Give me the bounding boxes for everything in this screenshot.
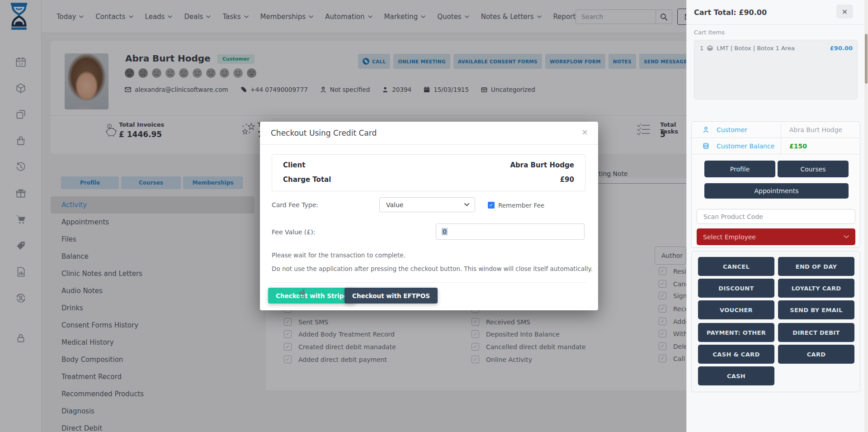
loyalty-card-button[interactable]: LOYALTY CARD [778,279,854,298]
charge-total-label: Charge Total [283,176,331,184]
charge-total-row: Charge Total £90 [283,176,574,184]
cart-items-label: Cart Items [694,29,725,36]
charge-total-value: £90 [560,176,574,184]
discount-button[interactable]: DISCOUNT [698,279,774,298]
fee-value-label: Fee Value (£): [272,228,315,236]
cash-and-card-button[interactable]: CASH & CARD [698,345,774,364]
cart-items-box: 1 LMT | Botox | Botox 1 Area £90.00 [694,40,858,100]
appointments-button[interactable]: Appointments [704,183,849,199]
customer-section: Customer Abra Burt Hodge Customer Balanc… [691,121,860,248]
end-of-day-button[interactable]: END OF DAY [778,257,854,276]
cart-item[interactable]: 1 LMT | Botox | Botox 1 Area £90.00 [700,45,853,52]
card-fee-type-select[interactable]: Value [379,197,475,212]
customer-balance-value: £150 [789,142,807,150]
client-label: Client [283,161,305,169]
card-fee-type-label: Card Fee Type: [272,201,318,209]
checkout-modal: Checkout Using Credit Card × Client Abra… [260,122,598,310]
remember-fee-checkbox[interactable] [488,202,495,209]
modal-title: Checkout Using Credit Card [271,128,377,138]
profile-button[interactable]: Profile [704,161,775,177]
client-value: Abra Burt Hodge [510,161,575,169]
divider [781,122,781,138]
fee-value-input[interactable]: 0 [436,223,585,240]
divider [687,24,865,25]
scrollbar-thumb[interactable] [865,34,868,84]
fee-value-text: 0 [442,228,448,235]
modal-close-button[interactable]: × [581,127,588,137]
cancel-button[interactable]: CANCEL [698,257,774,276]
item-qty: 1 [700,45,703,52]
warning-text: Do not use the application after pressin… [272,265,593,272]
voucher-button[interactable]: VOUCHER [698,300,774,319]
item-price: £90.00 [830,45,853,52]
courses-button[interactable]: Courses [778,161,849,177]
checkout-stripe-button[interactable]: Checkout with Stripe [268,288,355,304]
customer-value: Abra Burt Hodge [789,126,842,133]
item-name: LMT | Botox | Botox 1 Area [717,45,795,52]
mouse-cursor-icon: ☝ [299,287,306,300]
send-by-email-button[interactable]: SEND BY EMAIL [778,300,854,319]
select-employee-dropdown[interactable]: Select Employee [697,228,855,245]
coins-icon [703,142,709,149]
divider [260,144,598,145]
cart-panel: Cart Total: £90.00 × Cart Items 1 LMT | … [686,0,864,432]
cash-button[interactable]: CASH [698,366,774,385]
charge-summary-panel: Client Abra Burt Hodge Charge Total £90 [272,154,585,191]
pos-actions-section: CANCEL END OF DAY DISCOUNT LOYALTY CARD … [691,251,860,392]
cart-close-button[interactable]: × [836,5,853,19]
client-row: Client Abra Burt Hodge [283,161,574,169]
remember-fee-label: Remember Fee [498,202,544,209]
divider [272,282,586,283]
package-icon [707,45,713,52]
chevron-down-icon [844,235,849,238]
checkout-eftpos-button[interactable]: Checkout with EFTPOS [344,288,438,304]
customer-row[interactable]: Customer Abra Burt Hodge [692,122,860,138]
wait-text: Please wait for the transaction to compl… [272,252,406,259]
payment-other-button[interactable]: PAYMENT: OTHER [698,323,774,342]
direct-debit-button[interactable]: DIRECT DEBIT [778,323,854,342]
chevron-down-icon [464,203,469,206]
customer-balance-label: Customer Balance [717,142,775,150]
cart-total-title: Cart Total: £90.00 [694,8,767,17]
select-employee-label: Select Employee [703,233,756,241]
scan-product-code-input[interactable] [697,209,855,224]
card-fee-type-value: Value [386,201,403,209]
card-button[interactable]: CARD [778,345,854,364]
customer-balance-row[interactable]: Customer Balance £150 [692,138,860,154]
person-icon [703,126,709,133]
customer-label: Customer [717,126,775,133]
divider [781,138,781,154]
page-scrollbar[interactable] [864,0,868,432]
